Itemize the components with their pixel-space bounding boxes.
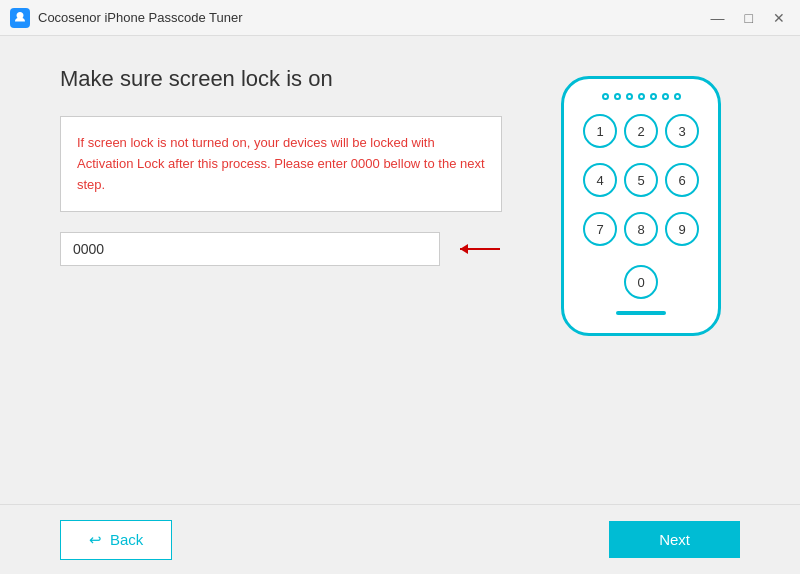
- svg-marker-1: [460, 244, 468, 254]
- arrow-indicator: [452, 239, 502, 259]
- dot-3: [626, 93, 633, 100]
- key-8: 8: [624, 212, 658, 246]
- keypad: 1 2 3 4 5 6 7 8 9 0: [583, 110, 699, 303]
- key-0: 0: [624, 265, 658, 299]
- dot-6: [662, 93, 669, 100]
- minimize-button[interactable]: —: [706, 9, 730, 27]
- key-9: 9: [665, 212, 699, 246]
- next-button[interactable]: Next: [609, 521, 740, 558]
- dot-5: [650, 93, 657, 100]
- input-row: [60, 232, 502, 266]
- content-area: Make sure screen lock is on If screen lo…: [60, 66, 740, 474]
- back-label: Back: [110, 531, 143, 548]
- back-button[interactable]: ↩ Back: [60, 520, 172, 560]
- passcode-input[interactable]: [60, 232, 440, 266]
- close-button[interactable]: ✕: [768, 9, 790, 27]
- maximize-button[interactable]: □: [740, 9, 758, 27]
- dot-2: [614, 93, 621, 100]
- key-1: 1: [583, 114, 617, 148]
- iphone-home-bar: [616, 311, 666, 315]
- info-box: If screen lock is not turned on, your de…: [60, 116, 502, 212]
- main-content: Make sure screen lock is on If screen lo…: [0, 36, 800, 504]
- iphone-dots: [602, 93, 681, 100]
- key-5: 5: [624, 163, 658, 197]
- zero-row: 0: [583, 261, 699, 299]
- right-panel: 1 2 3 4 5 6 7 8 9 0: [542, 66, 740, 336]
- back-icon: ↩: [89, 531, 102, 549]
- key-2: 2: [624, 114, 658, 148]
- window-controls: — □ ✕: [706, 9, 790, 27]
- key-7: 7: [583, 212, 617, 246]
- dot-4: [638, 93, 645, 100]
- title-bar: Cocosenor iPhone Passcode Tuner — □ ✕: [0, 0, 800, 36]
- key-6: 6: [665, 163, 699, 197]
- key-4: 4: [583, 163, 617, 197]
- app-icon: [10, 8, 30, 28]
- dot-7: [674, 93, 681, 100]
- page-title: Make sure screen lock is on: [60, 66, 502, 92]
- bottom-bar: ↩ Back Next: [0, 504, 800, 574]
- app-title: Cocosenor iPhone Passcode Tuner: [38, 10, 706, 25]
- info-text: If screen lock is not turned on, your de…: [77, 135, 485, 192]
- dot-1: [602, 93, 609, 100]
- iphone-illustration: 1 2 3 4 5 6 7 8 9 0: [561, 76, 721, 336]
- key-3: 3: [665, 114, 699, 148]
- left-panel: Make sure screen lock is on If screen lo…: [60, 66, 542, 266]
